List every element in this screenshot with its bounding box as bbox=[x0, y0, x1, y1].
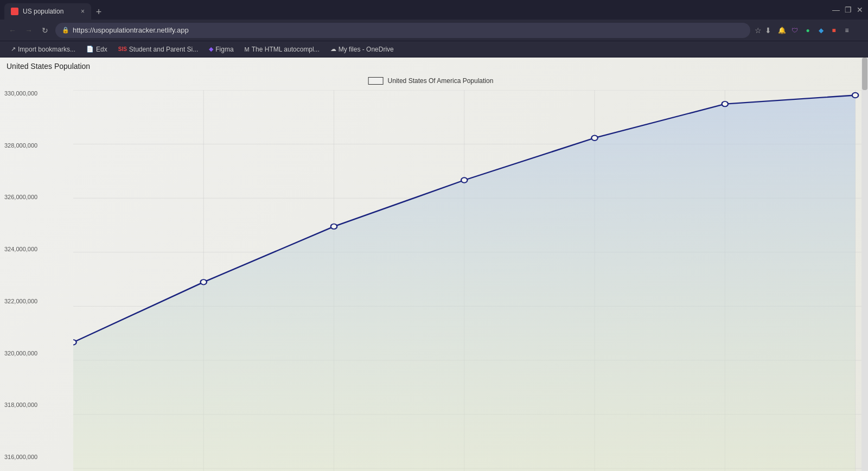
menu-icon[interactable]: ≡ bbox=[841, 24, 853, 36]
bookmark-figma[interactable]: ◆ Figma bbox=[205, 44, 238, 54]
bookmark-import[interactable]: ↗ Import bookmarks... bbox=[7, 44, 80, 54]
address-right-icons: ☆ ⬇ bbox=[755, 26, 771, 35]
bookmark-edx[interactable]: 📄 Edx bbox=[82, 44, 112, 54]
forward-button[interactable]: → bbox=[23, 26, 35, 35]
chart-legend: United States Of America Population bbox=[368, 77, 494, 85]
chart-svg-wrapper bbox=[73, 90, 861, 471]
y-label-0: 330,000,000 bbox=[4, 90, 37, 97]
ext-3[interactable]: ● bbox=[802, 24, 814, 36]
address-box[interactable]: 🔒 https://uspopulationtracker.netlify.ap… bbox=[55, 23, 750, 38]
url-text: https://uspopulationtracker.netlify.app bbox=[73, 26, 744, 34]
data-point-3[interactable] bbox=[461, 177, 467, 182]
minimize-button[interactable]: — bbox=[832, 6, 840, 14]
legend-label: United States Of America Population bbox=[388, 77, 494, 85]
bookmark-label-edx: Edx bbox=[96, 46, 107, 53]
tab-close-button[interactable]: × bbox=[81, 8, 85, 15]
data-point-6[interactable] bbox=[852, 93, 858, 98]
bookmark-icon-edx: 📄 bbox=[86, 46, 94, 53]
data-point-5[interactable] bbox=[722, 101, 728, 106]
address-bar-row: ← → ↻ 🔒 https://uspopulationtracker.netl… bbox=[0, 20, 868, 41]
bookmark-onedrive[interactable]: ☁ My files - OneDrive bbox=[326, 44, 398, 54]
legend-color-box bbox=[368, 77, 384, 85]
data-point-2[interactable] bbox=[331, 224, 337, 229]
new-tab-button[interactable]: + bbox=[91, 4, 106, 20]
extensions-row: 🔔 🛡 ● ◆ ■ ≡ bbox=[776, 24, 861, 36]
close-button[interactable]: ✕ bbox=[856, 6, 864, 14]
bookmark-label-figma: Figma bbox=[215, 46, 233, 53]
download-icon[interactable]: ⬇ bbox=[765, 26, 771, 35]
tab-favicon bbox=[11, 8, 18, 15]
bookmark-label-html: The HTML autocompl... bbox=[252, 46, 320, 53]
chart-container: United States Of America Population 330,… bbox=[0, 68, 861, 471]
y-label-2: 326,000,000 bbox=[4, 194, 37, 200]
bookmark-icon-import: ↗ bbox=[11, 46, 16, 53]
y-label-3: 324,000,000 bbox=[4, 246, 37, 252]
y-label-4: 322,000,000 bbox=[4, 298, 37, 304]
bookmark-icon-html: M bbox=[245, 46, 250, 53]
page-content: United States Population United States O… bbox=[0, 58, 868, 471]
ext-2[interactable]: 🛡 bbox=[789, 24, 801, 36]
scrollbar-thumb[interactable] bbox=[862, 58, 867, 90]
data-point-1[interactable] bbox=[201, 279, 207, 284]
refresh-button[interactable]: ↻ bbox=[39, 26, 51, 35]
y-axis-labels: 330,000,000 328,000,000 326,000,000 324,… bbox=[4, 90, 37, 460]
maximize-button[interactable]: ❐ bbox=[844, 6, 852, 14]
bookmark-icon-figma: ◆ bbox=[209, 46, 213, 53]
tab-bar: US population × + bbox=[4, 0, 106, 20]
back-button[interactable]: ← bbox=[7, 26, 18, 35]
bookmark-label-import: Import bookmarks... bbox=[18, 46, 75, 53]
y-label-7: 316,000,000 bbox=[4, 454, 37, 460]
star-icon[interactable]: ☆ bbox=[755, 26, 762, 35]
browser-tab[interactable]: US population × bbox=[4, 3, 91, 20]
lock-icon: 🔒 bbox=[62, 27, 69, 34]
y-label-5: 320,000,000 bbox=[4, 350, 37, 357]
data-point-4[interactable] bbox=[591, 135, 597, 140]
title-bar: US population × + — ❐ ✕ bbox=[0, 0, 868, 20]
browser-chrome: US population × + — ❐ ✕ ← → ↻ 🔒 https://… bbox=[0, 0, 868, 58]
window-controls: — ❐ ✕ bbox=[832, 6, 864, 14]
bookmark-icon-onedrive: ☁ bbox=[330, 46, 336, 53]
bookmarks-bar: ↗ Import bookmarks... 📄 Edx SIS Student … bbox=[0, 41, 868, 58]
y-label-1: 328,000,000 bbox=[4, 142, 37, 149]
ext-5[interactable]: ■ bbox=[828, 24, 840, 36]
ext-1[interactable]: 🔔 bbox=[776, 24, 788, 36]
bookmark-html[interactable]: M The HTML autocompl... bbox=[240, 44, 324, 54]
tab-label: US population bbox=[23, 8, 76, 15]
bookmark-icon-sis: SIS bbox=[118, 46, 127, 52]
y-label-6: 318,000,000 bbox=[4, 402, 37, 408]
chart-svg bbox=[73, 90, 861, 471]
data-point-0[interactable] bbox=[73, 340, 76, 345]
ext-4[interactable]: ◆ bbox=[815, 24, 827, 36]
scrollbar[interactable] bbox=[861, 58, 868, 471]
bookmark-sis[interactable]: SIS Student and Parent Si... bbox=[114, 44, 203, 54]
bookmark-label-sis: Student and Parent Si... bbox=[129, 46, 198, 53]
bookmark-label-onedrive: My files - OneDrive bbox=[339, 46, 394, 53]
